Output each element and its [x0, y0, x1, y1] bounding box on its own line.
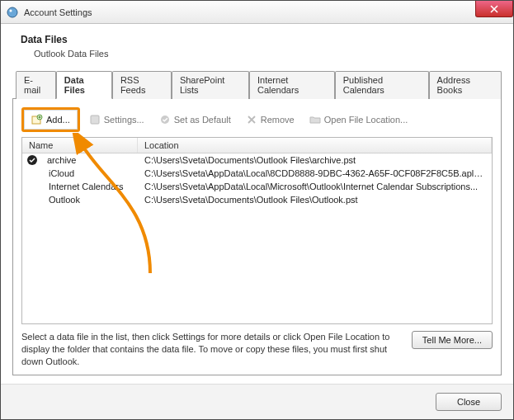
row-location: C:\Users\Sveta\Documents\Outlook Files\O…: [138, 194, 492, 205]
page-subtitle: Outlook Data Files: [34, 49, 502, 59]
list-header: Name Location: [22, 138, 492, 153]
row-name: iCloud: [42, 168, 81, 179]
table-row[interactable]: iCloud C:\Users\Sveta\AppData\Local\8CDD…: [22, 167, 492, 180]
tabstrip: E-mail Data Files RSS Feeds SharePoint L…: [12, 70, 502, 99]
settings-icon: [89, 114, 101, 125]
remove-icon: [246, 114, 257, 125]
row-location: C:\Users\Sveta\AppData\Local\Microsoft\O…: [138, 181, 492, 192]
table-row[interactable]: Internet Calendars C:\Users\Sveta\AppDat…: [22, 180, 492, 193]
data-files-list: Name Location archive C:\Users\Sveta\Doc…: [21, 137, 493, 324]
data-files-panel: Add... Settings... Set as Default Remove: [12, 99, 502, 375]
svg-rect-4: [91, 116, 99, 124]
footer-help-text: Select a data file in the list, then cli…: [21, 331, 403, 368]
app-icon: [6, 6, 19, 19]
svg-point-1: [10, 9, 12, 12]
tab-address-books[interactable]: Address Books: [429, 71, 502, 99]
row-name: Internet Calendars: [42, 181, 130, 192]
page-header: Data Files Outlook Data Files: [21, 34, 502, 59]
set-default-button[interactable]: Set as Default: [153, 111, 237, 129]
open-file-location-label: Open File Location...: [324, 115, 408, 125]
window-close-button[interactable]: [475, 1, 513, 17]
svg-point-0: [7, 7, 17, 17]
list-body: archive C:\Users\Sveta\Documents\Outlook…: [22, 153, 492, 323]
settings-button-label: Settings...: [104, 115, 144, 125]
row-name: Outlook: [42, 194, 87, 205]
close-icon: [490, 5, 498, 13]
window-title: Account Settings: [24, 7, 92, 17]
add-button[interactable]: Add...: [26, 111, 76, 129]
tab-internet-calendars[interactable]: Internet Calendars: [249, 71, 335, 99]
table-row[interactable]: Outlook C:\Users\Sveta\Documents\Outlook…: [22, 193, 492, 206]
page-title: Data Files: [21, 34, 502, 45]
svg-point-5: [161, 116, 169, 124]
titlebar: Account Settings: [1, 1, 513, 24]
default-indicator-icon: [27, 155, 37, 165]
set-default-button-label: Set as Default: [174, 115, 231, 125]
check-circle-icon: [159, 114, 171, 125]
tutorial-highlight: Add...: [21, 107, 80, 132]
row-location: C:\Users\Sveta\Documents\Outlook Files\a…: [138, 154, 492, 166]
tab-email[interactable]: E-mail: [16, 71, 56, 99]
tab-sharepoint-lists[interactable]: SharePoint Lists: [172, 71, 249, 99]
toolbar: Add... Settings... Set as Default Remove: [21, 106, 493, 137]
close-button[interactable]: Close: [436, 393, 502, 411]
account-settings-window: Account Settings Data Files Outlook Data…: [0, 0, 514, 420]
remove-button[interactable]: Remove: [240, 111, 300, 129]
open-file-location-button[interactable]: Open File Location...: [304, 111, 414, 129]
row-location: C:\Users\Sveta\AppData\Local\8CDD8888-9D…: [138, 168, 492, 179]
add-icon: [31, 114, 43, 125]
row-name: archive: [40, 154, 83, 166]
content-area: Data Files Outlook Data Files E-mail Dat…: [1, 24, 513, 384]
panel-footer: Select a data file in the list, then cli…: [21, 331, 493, 368]
tell-me-more-button[interactable]: Tell Me More...: [412, 331, 493, 349]
remove-button-label: Remove: [261, 115, 295, 125]
tab-data-files[interactable]: Data Files: [56, 71, 112, 99]
tab-published-calendars[interactable]: Published Calendars: [335, 71, 429, 99]
table-row[interactable]: archive C:\Users\Sveta\Documents\Outlook…: [22, 153, 492, 167]
settings-button[interactable]: Settings...: [83, 111, 150, 129]
tab-rss-feeds[interactable]: RSS Feeds: [112, 71, 172, 99]
column-header-name[interactable]: Name: [22, 138, 138, 153]
column-header-location[interactable]: Location: [138, 138, 492, 153]
dialog-button-bar: Close: [1, 384, 513, 419]
folder-open-icon: [309, 114, 321, 125]
add-button-label: Add...: [46, 115, 70, 125]
